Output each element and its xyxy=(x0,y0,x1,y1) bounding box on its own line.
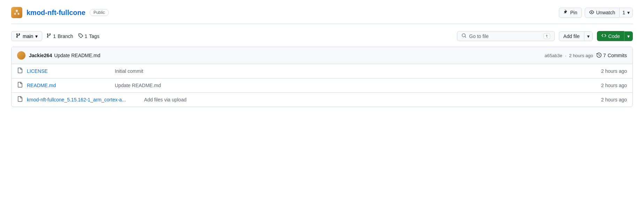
table-row: LICENSE Initial commit 2 hours ago xyxy=(12,64,632,78)
add-file-button[interactable]: Add file xyxy=(559,31,584,41)
header-actions: Pin Unwatch 1 ▾ xyxy=(559,8,633,18)
unwatch-split-button: Unwatch 1 ▾ xyxy=(585,8,633,18)
branch-label: Branch xyxy=(58,33,73,39)
commit-dot: · xyxy=(565,53,567,58)
file-commit-message: Add files via upload xyxy=(130,97,597,102)
code-icon xyxy=(601,33,606,39)
commits-link[interactable]: 7 Commits xyxy=(597,53,627,59)
file-time: 2 hours ago xyxy=(601,83,627,88)
chevron-down-icon: ▾ xyxy=(627,10,630,15)
pin-label: Pin xyxy=(570,10,577,15)
repo-name[interactable]: kmod-nft-fullcone xyxy=(27,9,85,17)
search-box[interactable]: Go to file t xyxy=(457,31,555,41)
public-badge: Public xyxy=(90,9,109,16)
commit-meta: a65ab3e · 2 hours ago xyxy=(545,53,593,58)
file-time: 2 hours ago xyxy=(601,97,627,102)
commits-label: Commits xyxy=(608,53,627,58)
file-commit-message: Update README.md xyxy=(101,83,597,88)
search-placeholder: Go to file xyxy=(469,33,489,39)
file-name[interactable]: README.md xyxy=(27,83,97,88)
search-icon xyxy=(462,33,466,39)
commit-row: Jackie264 Update README.md a65ab3e · 2 h… xyxy=(12,47,632,64)
add-file-caret-button[interactable]: ▾ xyxy=(584,31,593,41)
tags-count-link[interactable]: 1 Tags xyxy=(78,33,99,39)
file-time: 2 hours ago xyxy=(601,68,627,74)
branch-count: 1 xyxy=(53,33,56,39)
file-icon xyxy=(17,82,23,89)
file-icon xyxy=(17,96,23,103)
history-icon xyxy=(597,53,601,59)
svg-point-1 xyxy=(14,13,16,15)
repo-header: kmod-nft-fullcone Public Pin Unwatch xyxy=(11,7,633,24)
table-row: README.md Update README.md 2 hours ago xyxy=(12,78,632,93)
unwatch-button[interactable]: Unwatch xyxy=(585,8,619,18)
repo-avatar xyxy=(11,7,22,18)
pin-button[interactable]: Pin xyxy=(559,8,582,18)
commit-time: 2 hours ago xyxy=(569,53,593,58)
tags-label: Tags xyxy=(89,33,99,39)
file-icon xyxy=(17,68,23,75)
code-button[interactable]: Code xyxy=(597,31,624,41)
commit-hash[interactable]: a65ab3e xyxy=(545,53,562,58)
eye-icon xyxy=(589,10,594,16)
code-label: Code xyxy=(608,33,620,39)
add-file-label: Add file xyxy=(563,33,580,39)
tags-count: 1 xyxy=(85,33,88,39)
svg-line-3 xyxy=(15,12,17,13)
commit-author[interactable]: Jackie264 xyxy=(29,53,52,58)
commits-count: 7 xyxy=(603,53,606,58)
unwatch-label: Unwatch xyxy=(596,10,615,15)
pin-icon xyxy=(563,10,568,16)
svg-line-4 xyxy=(17,12,18,13)
file-name[interactable]: kmod-nft-fullcone_5.15.162-1_arm_cortex-… xyxy=(27,97,126,102)
repo-title-group: kmod-nft-fullcone Public xyxy=(11,7,109,18)
unwatch-count: 1 xyxy=(622,10,625,15)
repo-toolbar: main ▾ 1 Branch 1 Tags xyxy=(11,31,633,41)
branch-count-link[interactable]: 1 Branch xyxy=(46,33,73,39)
tag-icon xyxy=(78,33,83,39)
file-name[interactable]: LICENSE xyxy=(27,68,97,74)
search-kbd: t xyxy=(544,33,550,39)
code-chevron-icon: ▾ xyxy=(627,33,630,39)
commit-message[interactable]: Update README.md xyxy=(54,53,100,58)
git-branch-icon-meta xyxy=(46,33,51,39)
add-file-split-button: Add file ▾ xyxy=(559,31,593,41)
code-caret-button[interactable]: ▾ xyxy=(624,31,633,41)
file-commit-message: Initial commit xyxy=(101,68,597,74)
svg-point-0 xyxy=(16,10,18,12)
svg-point-2 xyxy=(18,13,20,15)
commit-info: Jackie264 Update README.md xyxy=(29,53,541,58)
branch-chevron-icon: ▾ xyxy=(35,33,38,39)
commit-author-avatar xyxy=(17,51,25,60)
branch-name: main xyxy=(23,33,33,39)
code-split-button: Code ▾ xyxy=(597,31,633,41)
file-table: Jackie264 Update README.md a65ab3e · 2 h… xyxy=(11,47,633,107)
add-file-chevron-icon: ▾ xyxy=(587,33,590,39)
git-branch-icon xyxy=(16,33,21,39)
branch-meta: 1 Branch 1 Tags xyxy=(46,33,99,39)
branch-selector[interactable]: main ▾ xyxy=(11,31,42,41)
table-row: kmod-nft-fullcone_5.15.162-1_arm_cortex-… xyxy=(12,93,632,107)
unwatch-caret-button[interactable]: 1 ▾ xyxy=(619,8,633,17)
